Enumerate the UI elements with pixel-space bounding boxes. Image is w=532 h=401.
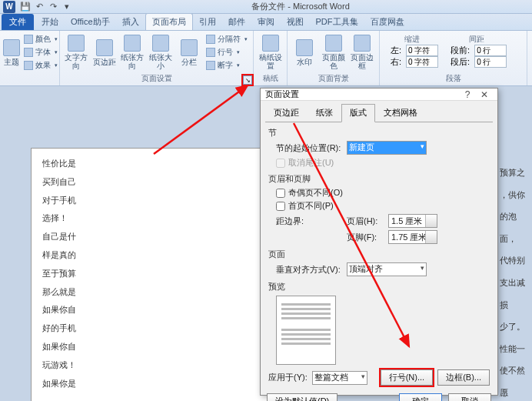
borders-dialog-button[interactable]: 边框(B)... [437, 369, 490, 386]
background-label: 页面背景 [291, 73, 376, 84]
from-edge-label: 距边界: [276, 216, 342, 227]
fonts-icon [24, 48, 33, 57]
title-bar: W 💾 ↶ ↷ ▾ 备份文件 - Microsoft Word [0, 0, 532, 14]
odd-even-checkbox[interactable] [276, 189, 285, 198]
theme-fonts-button[interactable]: 字体▾ [22, 46, 60, 58]
dialog-help-button[interactable]: ? [459, 89, 476, 100]
dialog-body: 节 节的起始位置(R): 新建页 取消尾注(U) 页眉和页脚 奇偶页不同(O) … [261, 122, 497, 390]
indent-header: 缩进 [386, 34, 438, 45]
dlg-tab-grid[interactable]: 文档网格 [375, 104, 426, 122]
breaks-button[interactable]: 分隔符▾ [204, 33, 250, 45]
window-title: 备份文件 - Microsoft Word [72, 1, 529, 12]
theme-colors-button[interactable]: 颜色▾ [22, 33, 60, 45]
line-numbers-icon [206, 48, 215, 57]
ribbon-tabstrip: 文件 开始 Office助手 插入 页面布局 引用 邮件 审阅 视图 PDF工具… [0, 14, 532, 31]
page-setup-group: 文字方向 页边距 纸张方向 纸张大小 分栏 分隔符▾ 行号▾ 断字▾ 页面设置 … [60, 31, 254, 85]
page-borders-button[interactable]: 页面边框 [348, 32, 376, 72]
tab-baidu-disk[interactable]: 百度网盘 [364, 14, 411, 30]
qat-dropdown-icon[interactable]: ▾ [62, 2, 72, 12]
tab-office-helper[interactable]: Office助手 [65, 14, 116, 30]
dialog-tabs: 页边距 纸张 版式 文档网格 [265, 104, 493, 122]
save-icon[interactable]: 💾 [20, 2, 31, 12]
preview-label: 预览 [268, 281, 490, 292]
suppress-endnotes-label: 取消尾注(U) [288, 157, 334, 169]
doc-fragments: 预算之 ，供你 的泡面， 代特别 支出减损 少了。 性能一 使不然愿 [500, 162, 532, 401]
section-label: 节 [268, 127, 490, 139]
columns-icon [181, 39, 198, 56]
first-page-checkbox[interactable] [276, 202, 285, 211]
themes-label: 主题 [4, 58, 19, 66]
tab-home[interactable]: 开始 [35, 14, 65, 30]
tab-pdf-tools[interactable]: PDF工具集 [310, 14, 364, 30]
file-tab[interactable]: 文件 [2, 14, 34, 30]
suppress-endnotes-checkbox [276, 159, 285, 168]
indent-left-input[interactable] [406, 45, 438, 56]
page-setup-label: 页面设置 [63, 73, 250, 84]
footer-label: 页脚(F): [347, 232, 384, 243]
quick-access-toolbar: 💾 ↶ ↷ ▾ [20, 2, 72, 12]
section-start-select[interactable]: 新建页 [347, 141, 427, 155]
dlg-tab-margins[interactable]: 页边距 [265, 104, 308, 122]
valign-select[interactable]: 顶端对齐 [347, 262, 427, 276]
header-distance-input[interactable]: 1.5 厘米 [388, 214, 437, 228]
ribbon: 主题 颜色▾ 字体▾ 效果▾ 文字方向 页边距 纸张方向 纸张大小 分栏 分隔符… [0, 31, 532, 86]
redo-icon[interactable]: ↷ [48, 2, 58, 12]
text-direction-button[interactable]: 文字方向 [63, 32, 90, 72]
margins-icon [96, 39, 113, 56]
colors-icon [24, 35, 33, 44]
manuscript-label: 稿纸 [257, 73, 284, 84]
page-color-icon [325, 35, 342, 52]
ok-button[interactable]: 确定 [399, 393, 442, 401]
themes-button[interactable]: 主题 [3, 32, 20, 72]
space-before-input[interactable] [474, 45, 507, 56]
breaks-icon [206, 35, 215, 44]
tab-view[interactable]: 视图 [281, 14, 310, 30]
section-start-label: 节的起始位置(R): [276, 142, 342, 154]
undo-icon[interactable]: ↶ [34, 2, 45, 12]
dialog-titlebar: 页面设置 ? ✕ [261, 89, 497, 101]
dlg-tab-paper[interactable]: 纸张 [308, 104, 341, 122]
word-app-icon: W [3, 1, 15, 13]
page-borders-icon [354, 35, 371, 52]
set-default-button[interactable]: 设为默认值(D) [267, 393, 337, 401]
watermark-button[interactable]: 水印 [291, 32, 318, 72]
tab-mailings[interactable]: 邮件 [222, 14, 251, 30]
footer-distance-input[interactable]: 1.75 厘米 [388, 230, 437, 244]
themes-icon [3, 39, 20, 56]
watermark-icon [296, 39, 313, 56]
tab-page-layout[interactable]: 页面布局 [145, 13, 193, 30]
theme-effects-button[interactable]: 效果▾ [22, 59, 60, 72]
dialog-footer: 设为默认值(D) 确定 取消 [261, 390, 497, 401]
page-setup-dialog-launcher[interactable]: ↘ [243, 75, 252, 85]
effects-icon [24, 61, 33, 70]
dialog-title: 页面设置 [265, 89, 299, 100]
manuscript-button[interactable]: 稿纸设置 [257, 32, 284, 72]
apply-to-select[interactable]: 整篇文档 [312, 371, 367, 385]
preview-image [276, 296, 336, 365]
page-color-button[interactable]: 页面颜色 [320, 32, 347, 72]
header-label: 页眉(H): [347, 216, 384, 227]
themes-group: 主题 颜色▾ 字体▾ 效果▾ [0, 31, 60, 85]
cancel-button[interactable]: 取消 [448, 393, 491, 401]
size-button[interactable]: 纸张大小 [148, 32, 175, 72]
dialog-close-button[interactable]: ✕ [476, 89, 493, 100]
apply-to-label: 应用于(Y): [268, 372, 308, 383]
space-after-input[interactable] [474, 56, 507, 68]
hyphenation-button[interactable]: 断字▾ [204, 59, 250, 72]
columns-button[interactable]: 分栏 [175, 32, 202, 72]
manuscript-icon [262, 35, 279, 52]
tab-review[interactable]: 审阅 [251, 14, 281, 30]
line-numbers-dialog-button[interactable]: 行号(N)... [381, 369, 433, 386]
valign-label: 垂直对齐方式(V): [276, 264, 342, 276]
dlg-tab-layout[interactable]: 版式 [341, 104, 375, 122]
orientation-button[interactable]: 纸张方向 [119, 32, 146, 72]
page-section-label: 页面 [268, 249, 490, 260]
tab-insert[interactable]: 插入 [116, 14, 145, 30]
margins-button[interactable]: 页边距 [91, 32, 118, 72]
manuscript-group: 稿纸设置 稿纸 [254, 31, 288, 85]
tab-references[interactable]: 引用 [193, 14, 222, 30]
indent-right-input[interactable] [406, 56, 438, 68]
line-numbers-button[interactable]: 行号▾ [204, 46, 250, 58]
paragraph-group: 缩进 左: 右: 间距 段前: 段后: 段落 [380, 31, 527, 85]
page-background-group: 水印 页面颜色 页面边框 页面背景 [288, 31, 380, 85]
